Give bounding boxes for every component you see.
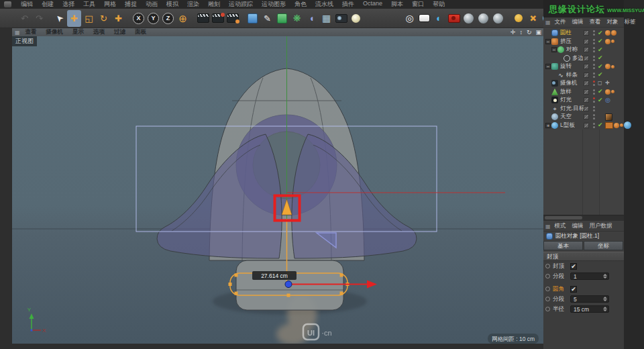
snap-ball-button[interactable] <box>511 10 525 27</box>
object-row-extrude[interactable]: −挤压✔ <box>543 38 624 46</box>
viewport-maximize-icon[interactable]: ▣ <box>535 30 541 36</box>
scale-tool-button[interactable]: ◱ <box>82 10 96 27</box>
viewport-menu-4[interactable]: 过滤 <box>114 28 125 36</box>
object-tags[interactable] <box>605 113 613 121</box>
am-menu-0[interactable]: 模式 <box>555 222 566 230</box>
layer-chip[interactable] <box>584 72 589 78</box>
object-tags[interactable] <box>605 89 615 95</box>
layer-chip[interactable] <box>584 47 589 52</box>
object-name[interactable]: 摄像机 <box>560 79 578 87</box>
keyframe-circle-icon[interactable] <box>545 264 550 268</box>
primitive-cube-button[interactable] <box>246 10 260 27</box>
visibility-dots[interactable] <box>593 47 595 54</box>
main-menu-16[interactable]: 脚本 <box>391 0 403 9</box>
attribute-manager-grip-icon[interactable]: ▦ <box>545 223 551 230</box>
viewport-pan-icon[interactable]: ✛ <box>511 30 516 36</box>
display-half-button[interactable]: ◐ <box>432 10 446 27</box>
main-menu-9[interactable]: 雕刻 <box>208 0 220 9</box>
visibility-dots[interactable] <box>593 72 595 79</box>
am-menu-1[interactable]: 编辑 <box>572 222 584 230</box>
camera-state-icon[interactable]: ◻ <box>598 81 602 86</box>
enabled-check-icon[interactable]: ✔ <box>598 89 603 95</box>
om-menu-2[interactable]: 查看 <box>590 18 601 26</box>
layer-chip[interactable] <box>584 30 589 36</box>
enabled-check-icon[interactable]: ✔ <box>598 38 603 44</box>
visibility-dots[interactable] <box>593 89 595 96</box>
object-name[interactable]: 对称 <box>566 46 578 54</box>
attribute-checkbox[interactable]: ✔ <box>570 286 577 293</box>
expander-icon[interactable]: − <box>551 47 557 52</box>
spinner-arrows-icon[interactable] <box>603 273 607 279</box>
object-row-ngon[interactable]: 多边✔ <box>543 54 624 63</box>
object-name[interactable]: 样条 <box>566 71 578 79</box>
main-menu-18[interactable]: 帮助 <box>433 0 445 9</box>
viewport-canvas[interactable]: 27.614 cm Y X 网格间距 : 10 cm UI ·cn <box>12 36 543 344</box>
enabled-check-icon[interactable]: ✔ <box>598 122 603 128</box>
enabled-check-icon[interactable]: ✔ <box>598 72 603 78</box>
main-menu-2[interactable]: 选择 <box>62 0 74 9</box>
object-tags[interactable]: ✛ <box>605 81 610 86</box>
axis-arrows-button[interactable]: ✚ <box>526 10 540 27</box>
object-row-sky[interactable]: 天空 <box>543 113 624 121</box>
object-row-symmetry[interactable]: −对称✔ <box>543 46 624 54</box>
object-origin-point[interactable] <box>285 281 292 288</box>
attribute-tab-0[interactable]: 基本 <box>543 241 583 250</box>
object-tags[interactable] <box>605 39 615 44</box>
viewport-grip-icon[interactable]: ▦ <box>15 30 20 36</box>
object-name[interactable]: 放样 <box>560 88 572 96</box>
enabled-check-icon[interactable]: ✔ <box>598 55 603 61</box>
viewport-menu-5[interactable]: 面板 <box>135 28 146 36</box>
keyframe-circle-icon[interactable] <box>545 307 550 311</box>
main-menu-5[interactable]: 捕捉 <box>125 0 137 9</box>
main-menu-12[interactable]: 角色 <box>294 0 307 9</box>
layer-chip[interactable] <box>584 123 589 128</box>
subdivision-surface-button[interactable] <box>275 10 289 27</box>
main-menu-0[interactable]: 编辑 <box>21 0 33 9</box>
attribute-value-input[interactable]: 1 <box>570 272 609 280</box>
viewport-front-view[interactable]: ▦ 查看摄像机显示选项过滤面板 ✛↕↻▣ 正视图 <box>12 28 543 344</box>
main-menu-11[interactable]: 运动图形 <box>262 0 286 9</box>
deformer-button[interactable]: ◖ <box>305 10 319 27</box>
enabled-check-icon[interactable]: ✔ <box>598 97 603 103</box>
layer-chip[interactable] <box>584 106 589 111</box>
viewport-zoom-icon[interactable]: ↕ <box>519 30 523 36</box>
object-row-spline[interactable]: ∿样条✔ <box>543 71 624 80</box>
om-menu-1[interactable]: 编辑 <box>572 18 584 26</box>
main-menu-15[interactable]: Octane <box>363 0 382 9</box>
layer-chip[interactable] <box>584 114 589 119</box>
object-row-light[interactable]: 灯光✔◎ <box>543 96 624 105</box>
viewport-menu-2[interactable]: 显示 <box>72 28 84 36</box>
undo-button[interactable]: ↶ <box>17 10 32 27</box>
visibility-dots[interactable] <box>593 114 595 121</box>
mograph-cloner-button[interactable]: ❋ <box>290 10 304 27</box>
object-row-null-target[interactable]: ⌖灯光.目标.1 <box>543 105 624 113</box>
layer-chip[interactable] <box>584 89 589 95</box>
visibility-dots[interactable] <box>593 39 595 46</box>
main-menu-1[interactable]: 创建 <box>42 0 54 9</box>
enabled-check-icon[interactable]: ✔ <box>598 64 603 70</box>
enabled-check-icon[interactable]: ✔ <box>598 30 603 36</box>
object-tags[interactable] <box>605 30 617 36</box>
object-name[interactable]: 挤压 <box>560 38 572 46</box>
object-row-loft[interactable]: 放样✔ <box>543 88 624 97</box>
attribute-checkbox[interactable]: ✔ <box>570 263 577 270</box>
main-menu-6[interactable]: 动画 <box>146 0 158 9</box>
keyframe-circle-icon[interactable] <box>545 287 550 291</box>
attribute-tab-1[interactable]: 坐标 <box>584 241 623 250</box>
object-name[interactable]: 圆柱 <box>560 29 572 37</box>
render-camera-button[interactable] <box>447 10 461 27</box>
expander-icon[interactable]: + <box>545 123 551 128</box>
spinner-arrows-icon[interactable] <box>603 296 607 302</box>
layer-chip[interactable] <box>584 97 589 103</box>
object-manager-grip-icon[interactable]: ▦ <box>545 19 551 26</box>
layer-chip[interactable] <box>584 81 589 86</box>
lock-y-button[interactable]: Y <box>146 10 160 27</box>
scrollbar-thumb[interactable] <box>545 216 582 219</box>
main-menu-14[interactable]: 插件 <box>342 0 354 9</box>
om-menu-3[interactable]: 对象 <box>607 18 619 26</box>
material-sphere-1-button[interactable] <box>462 10 476 27</box>
enabled-check-icon[interactable]: ✔ <box>598 47 603 53</box>
main-menu-10[interactable]: 运动跟踪 <box>229 0 253 9</box>
object-name[interactable]: L型板 <box>560 121 575 130</box>
last-tool-move-button[interactable]: ✚ <box>111 10 125 27</box>
